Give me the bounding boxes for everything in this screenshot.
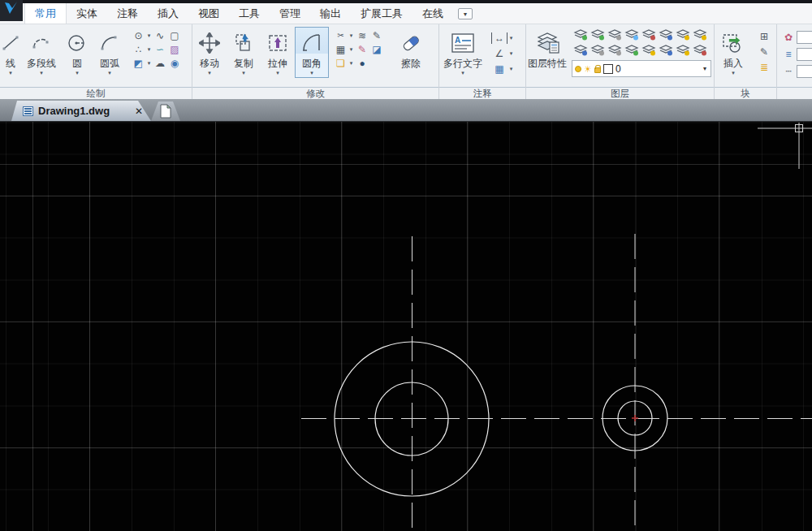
copy-dropdown[interactable]: ▾ xyxy=(242,69,245,76)
menu-tab-6[interactable]: 管理 xyxy=(270,3,310,24)
dwg-file-icon xyxy=(23,106,33,116)
menubar: 常用实体注释插入视图工具管理输出扩展工具在线 ▼ xyxy=(0,3,812,24)
mtext-dropdown[interactable]: ▾ xyxy=(461,69,464,76)
menu-tab-5[interactable]: 工具 xyxy=(229,3,270,24)
layer-dropdown-arrow[interactable]: ▾ xyxy=(703,65,708,72)
layer-tool-icon-11[interactable] xyxy=(623,42,640,58)
menu-tab-1[interactable]: 实体 xyxy=(67,3,107,24)
spline-edit-icon[interactable]: ✎ xyxy=(355,44,369,55)
donut-icon[interactable]: ◉ xyxy=(167,58,182,69)
layer-tool-icon-4[interactable] xyxy=(640,27,657,42)
hatch-icon[interactable]: ▨ xyxy=(167,44,182,55)
layer-tool-icon-6[interactable] xyxy=(674,27,691,42)
polyline-button[interactable]: 多段线 ▾ xyxy=(21,27,62,78)
center-mark-icon[interactable]: ⊙ xyxy=(132,30,145,41)
copy-nested-icon[interactable]: ❏ xyxy=(334,58,348,69)
menu-tab-3[interactable]: 插入 xyxy=(148,3,188,24)
arc-dropdown[interactable]: ▾ xyxy=(108,69,111,76)
layer-tool-icon-10[interactable] xyxy=(606,42,623,58)
erase-button[interactable]: 擦除 xyxy=(392,27,430,71)
offset-icon[interactable]: ≋ xyxy=(355,30,369,41)
layer-properties-button[interactable]: 图层特性 xyxy=(526,27,568,71)
leader-dropdown[interactable]: ▾ xyxy=(508,50,515,57)
document-tab-drawing1[interactable]: Drawing1.dwg ✕ xyxy=(11,101,151,121)
menu-tab-8[interactable]: 扩展工具 xyxy=(351,3,412,24)
ribbon: 线 ▾ 多段线 ▾ 圆 ▾ xyxy=(0,24,812,99)
trim-icon[interactable]: ✂ xyxy=(334,30,348,41)
line-dropdown[interactable]: ▾ xyxy=(9,69,12,76)
copy-nested-dropdown[interactable]: ▾ xyxy=(348,60,355,67)
menu-tab-2[interactable]: 注释 xyxy=(107,3,148,24)
gradient-dropdown[interactable]: ▾ xyxy=(145,60,153,67)
move-button[interactable]: 移动 ▾ xyxy=(192,27,227,78)
trim-dropdown[interactable]: ▾ xyxy=(348,32,355,39)
fillet-dropdown[interactable]: ▾ xyxy=(310,69,313,76)
layer-tool-icon-8[interactable] xyxy=(572,42,589,58)
revision-cloud-icon[interactable]: ∽ xyxy=(153,44,167,55)
linetype-icon[interactable]: ┄ xyxy=(780,66,797,77)
close-tab-icon[interactable]: ✕ xyxy=(135,106,143,117)
leader-icon[interactable]: ∠ xyxy=(491,48,508,59)
layer-tool-icon-7[interactable] xyxy=(691,27,708,42)
drawing-canvas[interactable] xyxy=(0,122,812,531)
color-palette-icon[interactable]: ✿ xyxy=(780,32,797,43)
crosshair-cursor xyxy=(758,123,812,169)
make-block-icon[interactable]: ⊞ xyxy=(757,31,771,42)
insert-block-button[interactable]: 插入 ▾ xyxy=(715,27,752,78)
array-icon[interactable]: ▦ xyxy=(334,44,348,55)
circle-button[interactable]: 圆 ▾ xyxy=(62,27,93,78)
point-icon[interactable]: ∴ xyxy=(132,44,145,55)
copy-button[interactable]: 复制 ▾ xyxy=(227,27,261,78)
app-logo-button[interactable] xyxy=(0,0,23,21)
layer-tool-icon-5[interactable] xyxy=(657,27,674,42)
menu-tab-4[interactable]: 视图 xyxy=(188,3,229,24)
stretch-button[interactable]: 拉伸 ▾ xyxy=(261,27,295,78)
dimension-icon[interactable]: ↔ xyxy=(491,32,508,44)
edit-polyline-icon[interactable]: ✎ xyxy=(369,30,384,41)
layer-tool-icon-12[interactable] xyxy=(640,42,657,58)
rectangle-icon[interactable]: ▢ xyxy=(167,30,182,41)
color-control[interactable] xyxy=(797,31,812,44)
layer-tool-icon-13[interactable] xyxy=(657,42,674,58)
layer-tool-icon-15[interactable] xyxy=(691,42,708,58)
layer-dropdown[interactable]: ☀ 0 ▾ xyxy=(572,60,711,77)
lineweight-icon[interactable]: ≡ xyxy=(780,49,797,60)
dimension-dropdown[interactable]: ▾ xyxy=(508,35,515,41)
layer-tool-icon-9[interactable] xyxy=(589,42,606,58)
array-dropdown[interactable]: ▾ xyxy=(348,46,355,53)
attribute-list-icon[interactable]: ≣ xyxy=(757,62,771,73)
panel-layer: 图层特性 ☀ 0 ▾ 图层 xyxy=(526,24,715,99)
menu-tab-0[interactable]: 常用 xyxy=(24,3,67,24)
arc-button[interactable]: 圆弧 ▾ xyxy=(93,27,127,78)
table-icon[interactable]: ▦ xyxy=(491,63,508,75)
menu-tab-9[interactable]: 在线 xyxy=(412,3,453,24)
mtext-button[interactable]: A 多行文字 ▾ xyxy=(439,27,486,78)
point-dropdown[interactable]: ▾ xyxy=(145,46,153,53)
spline-icon[interactable]: ∿ xyxy=(153,30,167,41)
layer-tool-icon-0[interactable] xyxy=(572,27,589,42)
hatch-edit-icon[interactable]: ◪ xyxy=(369,44,384,55)
layer-tool-icon-3[interactable] xyxy=(623,27,640,42)
lineweight-control[interactable] xyxy=(797,48,812,61)
gradient-icon[interactable]: ◩ xyxy=(132,58,145,69)
polyline-dropdown[interactable]: ▾ xyxy=(40,69,43,76)
circle-dropdown[interactable]: ▾ xyxy=(76,69,79,76)
layer-tool-icon-14[interactable] xyxy=(674,42,691,58)
layer-tool-icon-1[interactable] xyxy=(589,27,606,42)
edit-attribute-icon[interactable]: ✎ xyxy=(757,46,771,58)
table-dropdown[interactable]: ▾ xyxy=(508,66,515,72)
menu-tab-7[interactable]: 输出 xyxy=(310,3,351,24)
line-button[interactable]: 线 ▾ xyxy=(0,27,21,78)
layer-tool-icon-2[interactable] xyxy=(606,27,623,42)
ribbon-overflow-button[interactable]: ▼ xyxy=(458,8,473,19)
insert-block-dropdown[interactable]: ▾ xyxy=(732,69,735,76)
stretch-dropdown[interactable]: ▾ xyxy=(276,69,279,76)
new-drawing-button[interactable] xyxy=(151,101,180,121)
linetype-control[interactable] xyxy=(797,65,812,78)
cloud-icon[interactable]: ☁ xyxy=(153,58,167,69)
fillet-icon xyxy=(301,28,322,58)
move-dropdown[interactable]: ▾ xyxy=(208,69,211,76)
fillet-button[interactable]: 圆角 ▾ xyxy=(295,27,329,78)
explode-icon[interactable]: ● xyxy=(355,58,369,69)
center-mark-dropdown[interactable]: ▾ xyxy=(145,32,153,39)
